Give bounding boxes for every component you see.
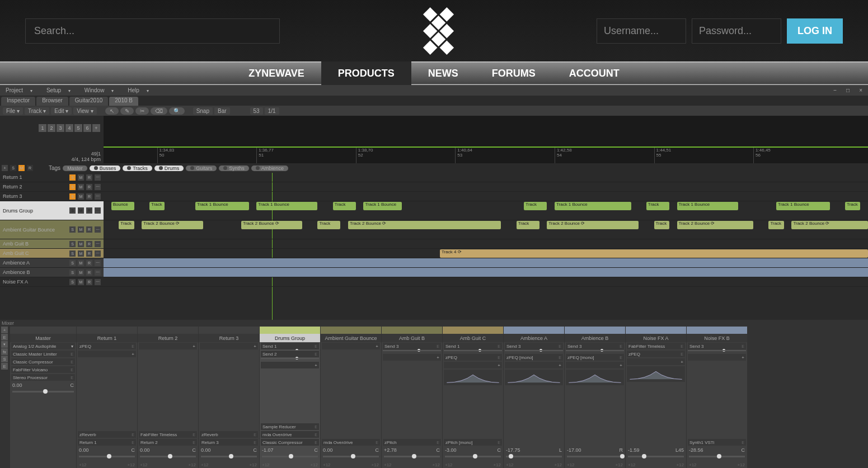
track-header[interactable]: Amb Guit CSMR⋯	[0, 249, 104, 258]
add-fx-icon[interactable]: +	[627, 358, 685, 365]
fx-slot[interactable]: Stereo ProcessorE	[11, 374, 75, 381]
eq-curve[interactable]	[627, 366, 685, 382]
clip[interactable]: Track	[654, 221, 669, 229]
clip[interactable]: Track	[119, 221, 134, 229]
clip[interactable]: Track 1 Bounce	[195, 202, 249, 210]
clip[interactable]: Track 1 Bounce	[555, 202, 631, 210]
more-icon[interactable]: ⋯	[95, 270, 101, 276]
password-input[interactable]	[692, 18, 781, 44]
nav-products[interactable]: PRODUCTS	[321, 62, 411, 85]
rec-button[interactable]: R	[86, 250, 92, 257]
side-down-icon[interactable]: ▾	[1, 341, 8, 348]
more-icon[interactable]: ⋯	[95, 260, 101, 266]
solo-all[interactable]: S	[10, 165, 16, 171]
send-slot[interactable]: Send 1E	[261, 343, 319, 349]
insert-slot[interactable]: Return 1E	[78, 439, 136, 446]
tab-inspector[interactable]: Inspector	[1, 97, 35, 106]
fx-slot[interactable]: FabFilter TimelessE	[627, 343, 685, 349]
pan-control[interactable]: -17.75L	[504, 446, 564, 462]
more-icon[interactable]: ⋯	[95, 279, 101, 285]
menu-help[interactable]: Help ▾	[123, 87, 157, 93]
division-display[interactable]: 1/1	[265, 107, 279, 115]
tool-select-icon[interactable]: ↖	[105, 107, 119, 115]
mute-button[interactable]: M	[78, 260, 84, 266]
add-fx-icon[interactable]: +	[383, 354, 441, 361]
rec-button[interactable]: R	[86, 207, 92, 214]
filter-drums[interactable]: Drums	[154, 166, 184, 171]
clip[interactable]: Track 2 Bounce ⟳	[241, 221, 302, 229]
solo-button[interactable]: S	[69, 270, 76, 276]
insert-slot[interactable]: Return 3E	[200, 439, 258, 446]
clip[interactable]: Track 2 Bounce ⟳	[791, 221, 868, 229]
nav-account[interactable]: ACCOUNT	[552, 62, 636, 85]
fx-slot[interactable]: zPEQE	[627, 351, 685, 357]
clip[interactable]: Track 2 Bounce ⟳	[677, 221, 754, 229]
snap-bar[interactable]: Bar	[214, 107, 230, 115]
insert-slot[interactable]: zPitchE	[383, 439, 441, 446]
rec-all[interactable]: R	[27, 165, 33, 171]
mute-button[interactable]: M	[78, 279, 84, 285]
add-fx-icon[interactable]: +	[78, 351, 136, 357]
mute-button[interactable]: M	[78, 174, 84, 181]
solo-button[interactable]: S	[69, 226, 76, 233]
more-icon[interactable]: ⋯	[95, 241, 101, 247]
rec-button[interactable]: R	[86, 226, 92, 233]
nav-news[interactable]: NEWS	[411, 62, 475, 85]
filter-busses[interactable]: Busses	[90, 166, 121, 171]
track-lane[interactable]: Track 4 ⟳	[104, 249, 868, 258]
insert-slot[interactable]: zReverbE	[78, 431, 136, 438]
clip[interactable]: Track 1 Bounce	[363, 202, 401, 210]
filter-synths[interactable]: Synths	[219, 166, 249, 171]
add-fx-icon[interactable]: +	[261, 362, 319, 368]
track-lane[interactable]	[104, 173, 868, 182]
send-slot[interactable]: Send 3E	[688, 343, 746, 349]
insert-slot[interactable]: Return 2E	[139, 439, 197, 446]
clip[interactable]: Track 2 Bounce ⟳	[547, 221, 639, 229]
mute-all[interactable]: M	[18, 165, 25, 171]
send-slot[interactable]: Send 3E	[566, 343, 624, 349]
view-menu[interactable]: View ▾	[73, 107, 96, 115]
marker-1[interactable]: 1	[39, 124, 46, 132]
marker-2[interactable]: 2	[48, 124, 55, 132]
add-fx-icon[interactable]: +	[139, 343, 197, 349]
pan-control[interactable]: -1.59L45	[626, 446, 686, 462]
tool-erase-icon[interactable]: ⌫	[151, 107, 167, 115]
rec-button[interactable]: R	[86, 279, 92, 285]
fx-slot[interactable]: zPEQ [mono]E	[566, 354, 624, 361]
close-icon[interactable]: ×	[855, 87, 867, 93]
clip[interactable]: Track	[317, 221, 340, 229]
solo-button[interactable]: S	[69, 260, 76, 266]
side-add-icon[interactable]: +	[1, 327, 8, 333]
rec-button[interactable]: R	[86, 193, 92, 200]
pan-control[interactable]: -17.00R	[565, 446, 625, 462]
add-fx-icon[interactable]: +	[200, 343, 258, 349]
solo-button[interactable]: S	[69, 207, 76, 214]
rec-button[interactable]: R	[86, 174, 92, 181]
solo-button[interactable]: S	[69, 279, 76, 285]
clip[interactable]: Track	[845, 202, 860, 210]
filter-ambience[interactable]: Ambience	[251, 166, 288, 171]
track-header[interactable]: Return 3SMR⋯	[0, 192, 104, 201]
fx-slot[interactable]: FabFilter VolcanoE	[11, 366, 75, 373]
clip[interactable]: Track	[517, 221, 539, 229]
output-slot[interactable]: Analog 1/2 Audiophile▾	[11, 343, 75, 349]
track-lane[interactable]	[104, 277, 868, 287]
rec-button[interactable]: R	[86, 270, 92, 276]
eq-curve[interactable]	[444, 370, 502, 385]
filter-master[interactable]: Master	[63, 166, 87, 171]
mute-button[interactable]: M	[78, 270, 84, 276]
eq-curve[interactable]	[505, 370, 563, 385]
overview-timeline[interactable]: 1:34,83501:36,77511:38,70521:40,64531:42…	[104, 116, 868, 163]
file-menu[interactable]: File ▾	[3, 107, 23, 115]
login-button[interactable]: LOG IN	[787, 18, 843, 44]
mute-button[interactable]: M	[78, 250, 84, 257]
tool-zoom-icon[interactable]: 🔍	[169, 107, 185, 115]
rec-button[interactable]: R	[86, 260, 92, 266]
track-menu[interactable]: Track ▾	[25, 107, 49, 115]
more-icon[interactable]: ⋯	[95, 193, 101, 200]
track-lanes[interactable]: BounceTrackTrack 1 BounceTrack 1 BounceT…	[104, 173, 868, 320]
tool-cut-icon[interactable]: ✂	[135, 107, 149, 115]
solo-button[interactable]: S	[69, 174, 76, 181]
clip[interactable]: Bounce	[111, 202, 134, 210]
position-display[interactable]: 53	[250, 107, 263, 115]
